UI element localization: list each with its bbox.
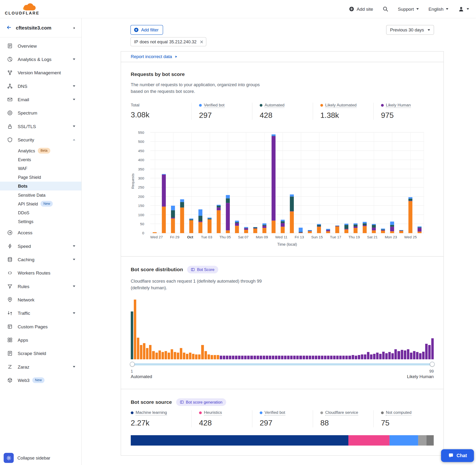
sidebar-item-security[interactable]: Security <box>0 133 81 146</box>
bar <box>351 355 354 359</box>
sidebar-item-analytics-logs[interactable]: Analytics & Logs <box>0 52 81 66</box>
filter-field: IP <box>134 39 138 44</box>
beta-badge: Beta <box>38 148 50 154</box>
sidebar-item-custom-pages[interactable]: Custom Pages <box>0 320 81 333</box>
custom-pages-icon <box>7 324 13 329</box>
bar <box>189 219 193 233</box>
chevron-right-icon[interactable] <box>73 26 76 30</box>
plus-icon <box>134 27 138 32</box>
bar <box>153 232 157 233</box>
bot-score-badge[interactable]: Bot Score <box>187 266 218 273</box>
sidebar-item-api-shield[interactable]: API ShieldNew <box>0 199 81 208</box>
language-menu[interactable]: English <box>428 6 448 12</box>
bar <box>308 230 312 233</box>
bar <box>140 345 142 359</box>
sidebar-item-page-shield[interactable]: Page Shield <box>0 173 81 182</box>
sidebar-item-workers-routes[interactable]: Workers Routes <box>0 266 81 279</box>
requests-chart[interactable]: Requests 0501001502002503003504004505005… <box>131 133 434 247</box>
sidebar-item-ddos[interactable]: DDoS <box>0 208 81 217</box>
bar <box>339 356 342 359</box>
filter-toolbar: Add filter Previous 30 days <box>121 25 444 35</box>
time-range-select[interactable]: Previous 30 days <box>386 25 434 35</box>
cloudflare-dashboard: CLOUDFLARE Add site Support English <box>0 0 476 465</box>
segment-heuristics <box>349 435 390 446</box>
sidebar-item-email[interactable]: Email <box>0 93 81 106</box>
bar <box>269 356 271 359</box>
legend-dot <box>260 412 263 414</box>
site-header[interactable]: cftestsite3.com <box>0 18 81 38</box>
sidebar-item-spectrum[interactable]: Spectrum <box>0 106 81 119</box>
search-button[interactable] <box>383 6 388 12</box>
sidebar-item-traffic[interactable]: Traffic <box>0 306 81 319</box>
filter-chip[interactable]: IP does not equal 35.212.240.32 <box>130 37 206 46</box>
source-stacked-bar[interactable] <box>131 435 434 446</box>
support-menu[interactable]: Support <box>398 6 419 12</box>
sidebar-item-events[interactable]: Events <box>0 155 81 164</box>
bar <box>299 228 303 233</box>
bar <box>315 356 317 359</box>
bar <box>382 352 385 359</box>
sidebar-item-bots[interactable]: Bots <box>0 182 81 190</box>
sidebar-item-access[interactable]: Access <box>0 226 81 239</box>
bar <box>281 220 285 233</box>
sidebar-item-settings[interactable]: Settings <box>0 217 81 226</box>
sidebar-item-rules[interactable]: Rules <box>0 280 81 293</box>
score-range-slider <box>131 362 434 366</box>
sidebar-item-waf[interactable]: WAF <box>0 164 81 173</box>
bar <box>373 354 376 359</box>
account-menu[interactable] <box>458 6 469 12</box>
report-incorrect-data-link[interactable]: Report incorrect data <box>121 52 443 62</box>
chat-button[interactable]: Chat <box>441 449 474 462</box>
bot-score-generation-badge[interactable]: Bot score generation <box>176 398 226 406</box>
slider-max-value: 99 <box>429 369 434 374</box>
add-filter-button[interactable]: Add filter <box>130 25 163 35</box>
bar <box>272 356 274 359</box>
sidebar-item-caching[interactable]: Caching <box>0 253 81 266</box>
sidebar-item-dns[interactable]: DNS <box>0 79 81 93</box>
chat-icon <box>448 453 454 458</box>
bar <box>177 353 179 359</box>
chevron-down-icon <box>467 8 469 10</box>
stat-value: 75 <box>381 418 412 427</box>
gear-icon[interactable] <box>4 453 14 463</box>
sidebar-item-sensitive-data[interactable]: Sensitive Data <box>0 190 81 199</box>
sidebar-item-web3[interactable]: Web3New <box>0 373 81 387</box>
access-icon <box>7 230 13 235</box>
collapse-sidebar-label[interactable]: Collapse sidebar <box>17 455 50 460</box>
sidebar-item-ssl-tls[interactable]: SSL/TLS <box>0 119 81 133</box>
sidebar-item-network[interactable]: Network <box>0 293 81 306</box>
slider-handle-min[interactable] <box>130 362 135 366</box>
caching-icon <box>7 257 13 262</box>
sidebar-item-apps[interactable]: Apps <box>0 333 81 346</box>
add-site-label: Add site <box>357 6 373 12</box>
slider-track[interactable] <box>131 363 434 365</box>
bar <box>149 345 151 359</box>
bar <box>404 350 406 359</box>
bar <box>134 299 136 359</box>
stat-label: Total <box>131 103 139 107</box>
distribution-histogram[interactable] <box>131 299 434 359</box>
slider-handle-max[interactable] <box>430 362 434 366</box>
sidebar-item-zaraz[interactable]: Zaraz <box>0 360 81 373</box>
bar <box>425 344 428 359</box>
bar <box>395 349 397 359</box>
sidebar-item-overview[interactable]: Overview <box>0 39 81 52</box>
back-icon[interactable] <box>6 25 12 31</box>
remove-filter-icon[interactable] <box>200 40 204 44</box>
add-site-button[interactable]: Add site <box>349 6 373 12</box>
bar <box>223 356 225 359</box>
sidebar-item-version-management[interactable]: Version Management <box>0 66 81 79</box>
bar <box>180 199 184 233</box>
bar <box>250 356 253 359</box>
cloudflare-logo[interactable]: CLOUDFLARE <box>5 3 39 15</box>
sidebar-item-scrape-shield[interactable]: Scrape Shield <box>0 346 81 360</box>
main-content: Add filter Previous 30 days IP does not … <box>121 25 444 456</box>
sidebar-item-label: Zaraz <box>18 364 29 369</box>
sidebar: cftestsite3.com OverviewAnalytics & Logs… <box>0 18 82 465</box>
legend-dot <box>199 412 202 414</box>
stat-likely-automated: Likely Automated1.38k <box>313 103 373 120</box>
sidebar-item-speed[interactable]: Speed <box>0 239 81 253</box>
bar <box>346 356 348 359</box>
bar <box>407 349 409 359</box>
sidebar-item-analytics[interactable]: AnalyticsBeta <box>0 146 81 155</box>
